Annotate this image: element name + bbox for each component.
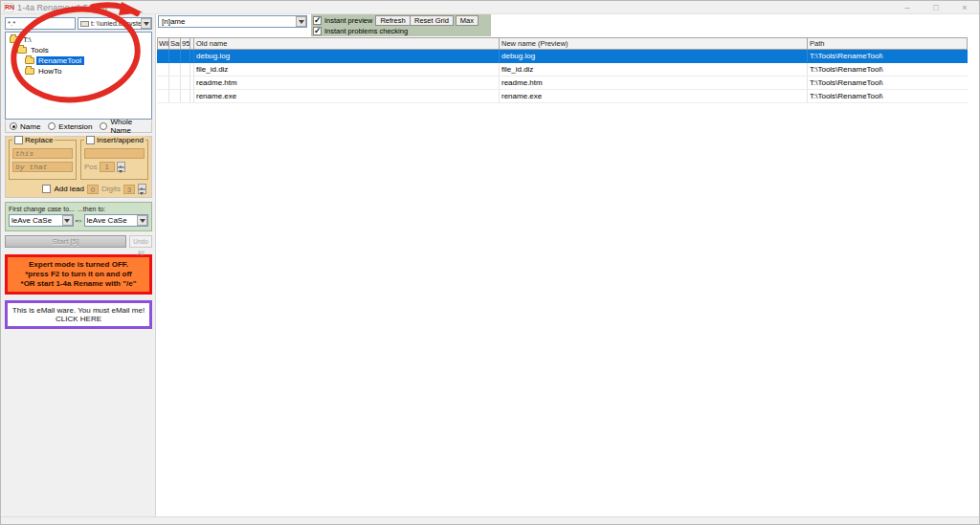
insert-append-checkbox[interactable] xyxy=(86,136,95,144)
expert-notice-line: *OR start 1-4a Rename with "/e" xyxy=(9,279,148,289)
column-header-95[interactable]: 95 xyxy=(181,37,190,50)
chevron-down-icon[interactable] xyxy=(141,18,151,29)
window-title: 1-4a Rename v1.56.0.6 xyxy=(17,3,107,12)
refresh-button[interactable]: Refresh xyxy=(375,15,410,26)
tree-item-label: T:\ xyxy=(21,35,33,44)
folder-icon xyxy=(17,47,27,54)
add-lead-value[interactable]: 0 xyxy=(87,185,99,194)
chevron-down-icon[interactable] xyxy=(62,215,73,226)
window-bottom-border xyxy=(1,516,979,524)
instant-problems-checkbox[interactable] xyxy=(313,27,322,35)
old-name-cell: rename.exe xyxy=(194,90,500,102)
tree-item-label: HowTo xyxy=(36,67,64,76)
replace-label: Replace xyxy=(25,136,53,144)
app-logo-icon: RN xyxy=(4,3,13,12)
case-first-label: First change case to... xyxy=(9,206,78,212)
chevron-down-icon[interactable] xyxy=(137,215,147,226)
folder-icon xyxy=(25,57,34,64)
digits-label: Digits xyxy=(101,185,121,193)
expert-mode-notice: Expert mode is turned OFF. *press F2 to … xyxy=(5,254,152,295)
old-name-cell: file_id.diz xyxy=(194,63,500,76)
radio-extension-label: Extension xyxy=(58,122,92,131)
replace-group: Replace this by that xyxy=(9,140,77,180)
old-name-cell: debug.log xyxy=(194,50,500,62)
case-then-dropdown[interactable]: leAve CaSe xyxy=(84,214,149,227)
replace-this-field[interactable]: this xyxy=(12,148,73,159)
case-then-value: leAve CaSe xyxy=(87,216,127,225)
radio-name[interactable] xyxy=(10,122,17,130)
minimize-button[interactable]: – xyxy=(893,1,922,14)
app-window: { "window": { "title": "1-4a Rename v1.5… xyxy=(0,0,980,525)
pos-value[interactable]: 1 xyxy=(100,162,115,172)
table-row[interactable]: rename.exe rename.exe T:\Tools\RenameToo… xyxy=(157,90,968,103)
reset-grid-button[interactable]: Reset Grid xyxy=(410,15,454,26)
drive-selector-value: t: \\unied.unsyste xyxy=(91,20,141,27)
path-cell: T:\Tools\RenameTool\ xyxy=(808,90,968,102)
add-lead-label: Add lead xyxy=(54,185,84,193)
filter-input[interactable] xyxy=(5,17,76,30)
column-header-sar[interactable]: Sar xyxy=(169,37,181,50)
insert-append-group: Insert/append Pos 1 xyxy=(80,140,148,180)
drive-icon xyxy=(80,21,89,27)
radio-whole-name-label: Whole Name xyxy=(110,118,146,135)
close-button[interactable]: × xyxy=(950,1,979,14)
old-name-cell: readme.htm xyxy=(194,77,500,89)
undo-all-button[interactable]: Undo All xyxy=(129,235,152,248)
path-cell: T:\Tools\RenameTool\ xyxy=(808,50,968,62)
table-row[interactable]: debug.log debug.log T:\Tools\RenameTool\ xyxy=(157,50,968,63)
case-then-label: ...then to: xyxy=(78,206,105,212)
tree-item-renametool[interactable]: RenameTool xyxy=(6,55,151,66)
tree-item-label: Tools xyxy=(29,46,52,55)
grid-header: Will Sar 95 Old name New name (Preview) … xyxy=(157,37,968,50)
insert-append-label: Insert/append xyxy=(97,136,144,144)
radio-extension[interactable] xyxy=(48,122,56,130)
path-cell: T:\Tools\RenameTool\ xyxy=(808,63,968,76)
instant-problems-label: Instant problems checking xyxy=(324,27,408,35)
expert-notice-line: Expert mode is turned OFF. xyxy=(9,260,148,270)
start-button[interactable]: Start [5] xyxy=(5,235,126,248)
tree-item-root[interactable]: T:\ xyxy=(6,34,151,45)
replace-bythat-field[interactable]: by that xyxy=(12,162,73,172)
emailware-notice[interactable]: This is eMail ware. You must eMail me! C… xyxy=(5,300,152,329)
rename-options-panel: Replace this by that Insert/append Pos 1 xyxy=(5,136,152,198)
column-header-old-name[interactable]: Old name xyxy=(194,37,500,50)
digits-value[interactable]: 3 xyxy=(123,185,135,194)
column-header-new-name[interactable]: New name (Preview) xyxy=(500,37,808,50)
case-change-panel: First change case to... ...then to: leAv… xyxy=(5,202,152,231)
left-panel: t: \\unied.unsyste T:\ Tools RenameTool … xyxy=(1,14,156,516)
column-header-path[interactable]: Path xyxy=(808,37,968,50)
tree-item-tools[interactable]: Tools xyxy=(6,45,151,55)
title-bar: RN 1-4a Rename v1.56.0.6 – □ × xyxy=(1,1,979,14)
radio-whole-name[interactable] xyxy=(100,122,107,130)
chevron-down-icon[interactable] xyxy=(296,16,306,27)
radio-name-label: Name xyxy=(20,122,40,131)
expert-notice-line: *press F2 to turn it on and off xyxy=(9,270,148,279)
case-arrow-icon: => xyxy=(75,218,83,224)
pattern-dropdown[interactable]: [n]ame xyxy=(158,15,307,28)
tree-item-howto[interactable]: HowTo xyxy=(6,66,151,77)
pos-spinner[interactable] xyxy=(117,162,125,172)
digits-spinner[interactable] xyxy=(138,184,146,194)
file-grid: Will Sar 95 Old name New name (Preview) … xyxy=(157,37,968,103)
max-button[interactable]: Max xyxy=(456,15,479,26)
folder-icon xyxy=(10,36,19,43)
replace-checkbox[interactable] xyxy=(14,136,23,144)
instant-preview-checkbox[interactable] xyxy=(313,16,322,25)
scope-radio-group: Name Extension Whole Name xyxy=(5,120,152,133)
folder-tree[interactable]: T:\ Tools RenameTool HowTo xyxy=(5,32,152,120)
insert-text-field[interactable] xyxy=(84,148,145,159)
restore-button[interactable]: □ xyxy=(922,1,950,14)
case-first-dropdown[interactable]: leAve CaSe xyxy=(9,214,74,227)
folder-icon xyxy=(25,68,34,75)
add-lead-checkbox[interactable] xyxy=(42,185,51,193)
pos-label: Pos xyxy=(84,163,98,171)
column-header-will[interactable]: Will xyxy=(157,37,169,50)
table-row[interactable]: file_id.diz file_id.diz T:\Tools\RenameT… xyxy=(157,63,968,77)
drive-selector[interactable]: t: \\unied.unsyste xyxy=(78,17,152,30)
new-name-cell: readme.htm xyxy=(500,77,808,89)
new-name-cell: rename.exe xyxy=(500,90,808,102)
new-name-cell: file_id.diz xyxy=(500,63,808,76)
pattern-value: [n]ame xyxy=(162,17,185,26)
table-row[interactable]: readme.htm readme.htm T:\Tools\RenameToo… xyxy=(157,77,968,90)
case-first-value: leAve CaSe xyxy=(11,216,52,225)
